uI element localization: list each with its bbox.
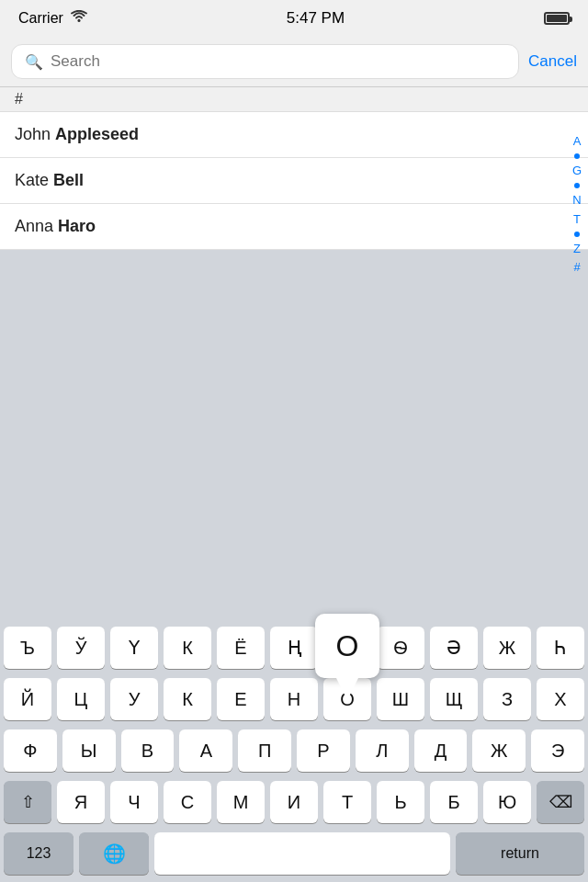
key-ka[interactable]: К <box>164 627 211 669</box>
index-t[interactable]: T <box>570 211 584 228</box>
key-ya[interactable]: Я <box>57 781 105 823</box>
key-o-popup-bubble: О <box>315 614 379 678</box>
key-short-i[interactable]: Й <box>4 678 51 720</box>
key-u-breve[interactable]: Ў <box>57 627 105 669</box>
status-right <box>544 12 570 25</box>
index-dot-1 <box>574 153 580 159</box>
key-zhe2[interactable]: Ж <box>472 729 526 772</box>
key-schwa[interactable]: Ә <box>430 627 478 669</box>
key-pe[interactable]: П <box>238 729 291 772</box>
keyboard-row-3: Ф Ы В А П Р Л Д Ж Э <box>4 729 584 772</box>
search-input-wrapper[interactable]: 🔍 <box>11 44 519 79</box>
key-ve[interactable]: В <box>121 729 175 772</box>
key-ka2[interactable]: К <box>164 678 211 720</box>
key-er[interactable]: Р <box>297 729 350 772</box>
keyboard: Ъ Ў Ү К Ё Ң Ғ Ѳ Ә Ж Һ Й Ц У К Е Н О О Ш … <box>0 619 588 882</box>
key-tse[interactable]: Ц <box>57 678 105 720</box>
status-bar: Carrier 5:47 PM <box>0 0 588 37</box>
contact-last-haro: Haro <box>58 217 96 235</box>
index-g[interactable]: G <box>570 163 584 179</box>
key-yu[interactable]: Ю <box>483 781 531 823</box>
cancel-button[interactable]: Cancel <box>528 52 577 71</box>
space-key[interactable] <box>154 832 450 875</box>
keyboard-row-bottom: 123 🌐 return <box>4 832 584 875</box>
status-left: Carrier <box>18 10 87 27</box>
key-yo[interactable]: Ё <box>217 627 265 669</box>
key-ye[interactable]: Е <box>217 678 265 720</box>
key-e[interactable]: Э <box>531 729 584 772</box>
battery-icon <box>544 12 570 25</box>
key-u[interactable]: У <box>110 678 158 720</box>
index-dot-2 <box>574 183 580 188</box>
key-ef[interactable]: Ф <box>4 729 57 772</box>
carrier-label: Carrier <box>18 10 63 27</box>
key-ng[interactable]: Ң <box>270 627 318 669</box>
contact-first-haro: Anna <box>15 217 58 235</box>
key-zhe[interactable]: Ж <box>483 627 531 669</box>
wifi-icon <box>71 10 87 27</box>
key-a[interactable]: А <box>179 729 232 772</box>
key-shha[interactable]: Һ <box>537 627 584 669</box>
contact-first-bell: Kate <box>15 171 53 189</box>
index-n[interactable]: N <box>570 192 584 209</box>
contacts-list: # John Appleseed Kate Bell Anna Haro <box>0 87 588 250</box>
keyboard-row-2: Й Ц У К Е Н О О Ш Щ З Х <box>4 678 584 720</box>
index-a[interactable]: A <box>570 133 584 150</box>
key-be[interactable]: Б <box>430 781 478 823</box>
globe-key[interactable]: 🌐 <box>79 832 149 875</box>
key-hard-sign[interactable]: Ъ <box>4 627 51 669</box>
contact-row-haro[interactable]: Anna Haro <box>0 204 588 250</box>
key-ha[interactable]: Х <box>537 678 584 720</box>
return-key[interactable]: return <box>456 832 584 875</box>
key-ze[interactable]: З <box>483 678 531 720</box>
key-em[interactable]: М <box>217 781 265 823</box>
section-header-hash: # <box>0 87 588 112</box>
key-te[interactable]: Т <box>323 781 371 823</box>
backspace-key[interactable]: ⌫ <box>537 781 584 823</box>
key-el[interactable]: Л <box>356 729 409 772</box>
search-input[interactable] <box>51 52 505 71</box>
key-i[interactable]: И <box>270 781 318 823</box>
keyboard-row-4: ⇧ Я Ч С М И Т Ь Б Ю ⌫ <box>4 781 584 823</box>
key-o-popup[interactable]: О О <box>323 678 371 720</box>
contact-row-appleseed[interactable]: John Appleseed <box>0 112 588 158</box>
contact-first-appleseed: John <box>15 125 55 143</box>
key-sha[interactable]: Ш <box>377 678 424 720</box>
search-bar: 🔍 Cancel <box>0 37 588 87</box>
key-fita[interactable]: Ѳ <box>377 627 424 669</box>
key-yeru[interactable]: Ы <box>62 729 116 772</box>
keyboard-row-1: Ъ Ў Ү К Ё Ң Ғ Ѳ Ә Ж Һ <box>4 627 584 669</box>
index-dot-3 <box>574 232 580 237</box>
shift-key[interactable]: ⇧ <box>4 781 51 823</box>
svg-point-0 <box>77 19 80 22</box>
num-key[interactable]: 123 <box>4 832 74 875</box>
contact-row-bell[interactable]: Kate Bell <box>0 158 588 204</box>
key-shcha[interactable]: Щ <box>430 678 478 720</box>
key-de[interactable]: Д <box>414 729 468 772</box>
key-es[interactable]: С <box>164 781 211 823</box>
contact-last-appleseed: Appleseed <box>55 125 139 143</box>
index-hash[interactable]: # <box>570 259 584 276</box>
status-time: 5:47 PM <box>287 9 345 28</box>
key-u-uml[interactable]: Ү <box>110 627 158 669</box>
section-index: A G N T Z # <box>570 133 584 276</box>
contact-last-bell: Bell <box>53 171 84 189</box>
search-icon: 🔍 <box>25 53 43 71</box>
key-soft-sign[interactable]: Ь <box>377 781 424 823</box>
key-che[interactable]: Ч <box>110 781 158 823</box>
index-z[interactable]: Z <box>570 241 584 257</box>
key-en[interactable]: Н <box>270 678 318 720</box>
